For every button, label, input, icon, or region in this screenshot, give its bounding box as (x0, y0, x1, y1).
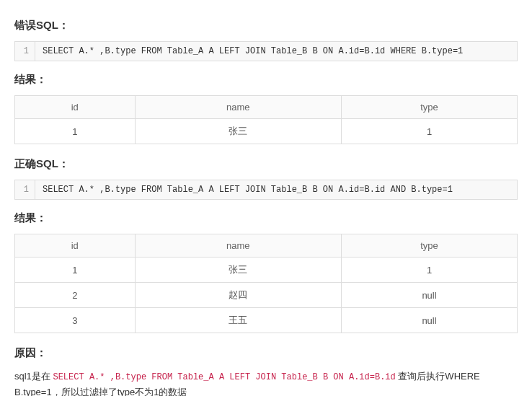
col-name: name (135, 96, 341, 119)
heading-correct-sql: 正确SQL： (14, 157, 518, 171)
reason-line-1: sql1是在 SELECT A.* ,B.type FROM Table_A A… (14, 369, 518, 396)
cell-type: 1 (342, 119, 518, 144)
cell-type: null (342, 308, 518, 333)
result-table-1: id name type 1 张三 1 (14, 95, 518, 144)
cell-type: null (342, 283, 518, 308)
cell-id: 1 (15, 258, 136, 283)
cell-name: 王五 (135, 308, 341, 333)
reason-prefix: sql1是在 (14, 371, 53, 382)
code-content: SELECT A.* ,B.type FROM Table_A A LEFT J… (35, 42, 517, 61)
cell-id: 1 (15, 119, 136, 144)
table-row: 3 王五 null (15, 308, 518, 333)
heading-result-2: 结果： (14, 211, 518, 225)
table-row: 1 张三 1 (15, 119, 518, 144)
table-header-row: id name type (15, 234, 518, 258)
table-row: 2 赵四 null (15, 283, 518, 308)
code-block-correct-sql: 1 SELECT A.* ,B.type FROM Table_A A LEFT… (14, 180, 518, 200)
heading-reason: 原因： (14, 346, 518, 360)
result-table-2: id name type 1 张三 1 2 赵四 null 3 王五 null (14, 234, 518, 333)
reason-highlight-code: SELECT A.* ,B.type FROM Table_A A LEFT J… (53, 372, 395, 382)
table-row: 1 张三 1 (15, 258, 518, 283)
table-header-row: id name type (15, 96, 518, 119)
cell-name: 张三 (135, 119, 341, 144)
cell-id: 2 (15, 283, 136, 308)
cell-id: 3 (15, 308, 136, 333)
col-type: type (342, 234, 518, 258)
code-content: SELECT A.* ,B.type FROM Table_A A LEFT J… (35, 180, 517, 199)
reason-text: sql1是在 SELECT A.* ,B.type FROM Table_A A… (14, 369, 518, 396)
code-line-number: 1 (15, 180, 35, 199)
cell-name: 张三 (135, 258, 341, 283)
heading-result-1: 结果： (14, 73, 518, 87)
cell-type: 1 (342, 258, 518, 283)
col-name: name (135, 234, 341, 258)
heading-wrong-sql: 错误SQL： (14, 19, 518, 32)
col-type: type (342, 96, 518, 119)
col-id: id (15, 96, 136, 119)
col-id: id (15, 234, 136, 258)
code-block-wrong-sql: 1 SELECT A.* ,B.type FROM Table_A A LEFT… (14, 41, 518, 61)
code-line-number: 1 (15, 42, 35, 61)
cell-name: 赵四 (135, 283, 341, 308)
